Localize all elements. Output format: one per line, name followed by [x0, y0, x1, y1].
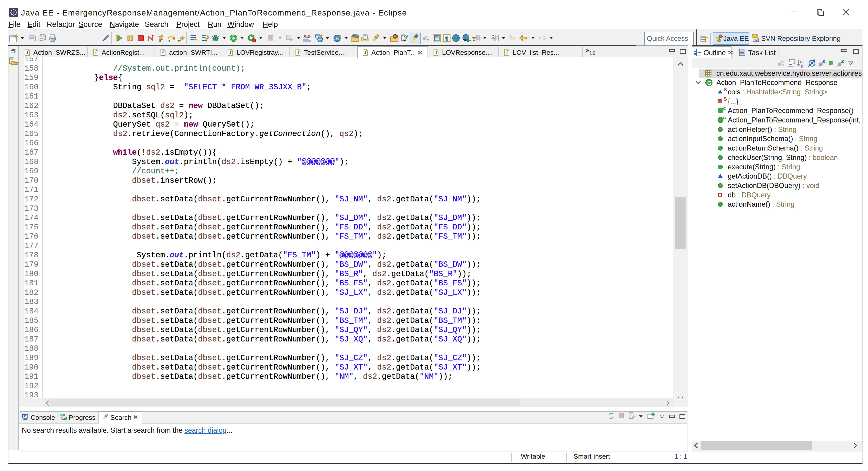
svg-text:G: G: [707, 80, 712, 86]
svg-text:z: z: [801, 63, 803, 68]
svg-text:SVN: SVN: [754, 38, 759, 42]
svg-text:J: J: [229, 50, 231, 55]
svg-text:S: S: [823, 59, 826, 64]
svg-text:J: J: [505, 50, 508, 55]
svg-text:¶: ¶: [445, 35, 448, 41]
svg-text:L: L: [841, 59, 844, 64]
svg-text:J: J: [435, 50, 437, 55]
svg-text:C: C: [405, 35, 408, 39]
svg-text:S: S: [335, 36, 339, 41]
svg-text:J: J: [26, 50, 29, 55]
svg-text:J: J: [94, 50, 97, 55]
svg-text:J: J: [297, 50, 299, 55]
svg-text:J: J: [364, 50, 367, 55]
